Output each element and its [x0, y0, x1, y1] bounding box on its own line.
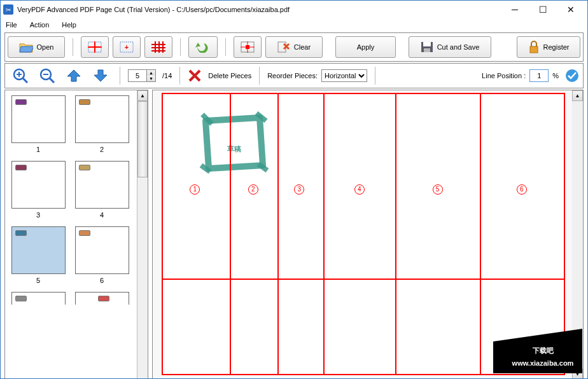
svg-line-21 [23, 78, 27, 83]
thumbnail[interactable] [75, 161, 129, 209]
piece-number: 6 [517, 184, 527, 195]
undo-icon [195, 41, 211, 53]
svg-text:下载吧: 下载吧 [532, 347, 554, 354]
watermark-logo: 下载吧 www.xiazaiba.com [493, 329, 582, 373]
svg-rect-14 [246, 45, 249, 49]
menu-action[interactable]: Action [27, 20, 52, 30]
svg-rect-18 [424, 48, 430, 52]
separator [225, 38, 226, 56]
thumbnail-panel: 123456 ▲ ▼ [4, 90, 148, 379]
scroll-thumb[interactable] [137, 101, 148, 177]
thumbnail-label: 2 [100, 146, 104, 153]
maximize-button[interactable]: ☐ [529, 1, 557, 18]
target-icon [241, 41, 255, 53]
prev-page-button[interactable] [62, 66, 85, 85]
piece-number: 3 [294, 184, 304, 195]
svg-text:+: + [125, 43, 129, 51]
cut-save-label: Cut and Save [437, 43, 480, 51]
down-arrow-icon [93, 69, 108, 83]
scroll-up[interactable]: ▲ [137, 90, 148, 101]
zoom-out-icon [39, 67, 55, 84]
apply-button[interactable]: Apply [335, 36, 396, 58]
thumbnail-label: 5 [36, 277, 40, 284]
separator [120, 67, 120, 85]
clear-icon [277, 41, 290, 53]
thumbnail-label: 1 [36, 146, 40, 153]
minimize-button[interactable]: ─ [501, 1, 529, 18]
percent-label: % [552, 72, 559, 79]
app-icon: ✂ [3, 4, 13, 15]
spin-up[interactable]: ▲ [147, 70, 155, 76]
menu-help[interactable]: Help [59, 20, 79, 30]
grid-plus-icon: + [120, 41, 134, 53]
apply-label: Apply [357, 43, 375, 51]
window-title: VeryPDF Advanced PDF Page Cut (Trial Ver… [17, 6, 290, 13]
titlebar: ✂ VeryPDF Advanced PDF Page Cut (Trial V… [1, 1, 587, 18]
separator [259, 67, 260, 85]
svg-line-25 [50, 78, 54, 83]
separator [180, 38, 181, 56]
page-spinner[interactable]: ▲▼ [128, 69, 156, 82]
undo-button[interactable] [188, 36, 218, 58]
svg-text:www.xiazaiba.com: www.xiazaiba.com [512, 359, 574, 367]
piece-number: 2 [248, 184, 258, 195]
thumbnail[interactable] [75, 226, 129, 274]
secondary-toolbar: ▲▼ /14 Delete Pieces Reorder Pieces: Hor… [4, 63, 584, 88]
cut-and-save-button[interactable]: Cut and Save [409, 36, 491, 58]
next-page-button[interactable] [89, 66, 112, 85]
line-position-label: Line Position : [482, 72, 526, 79]
separator [73, 38, 73, 56]
clear-button[interactable]: Clear [265, 36, 323, 58]
svg-rect-17 [423, 42, 431, 46]
zoom-in-button[interactable] [9, 66, 32, 85]
thumbnail[interactable] [75, 95, 129, 143]
cut-line-v[interactable] [277, 94, 279, 374]
lock-icon [528, 41, 540, 53]
folder-icon [19, 41, 33, 53]
cut-line-v[interactable] [395, 94, 396, 374]
thumbnail-label: 4 [100, 211, 104, 219]
grid-icon [88, 41, 102, 53]
confirm-icon[interactable] [565, 69, 579, 83]
menu-file[interactable]: File [3, 20, 20, 30]
hash-grid-button[interactable] [144, 36, 172, 58]
cut-line-v[interactable] [230, 94, 231, 374]
separator [375, 67, 375, 85]
thumbnail[interactable] [11, 161, 66, 209]
svg-text:草稿: 草稿 [227, 145, 241, 153]
menubar: File Action Help [1, 18, 587, 31]
grid-hv-button[interactable] [81, 36, 109, 58]
thumbnail[interactable] [11, 226, 66, 274]
grid-add-button[interactable]: + [113, 36, 141, 58]
piece-number: 1 [190, 184, 200, 195]
zoom-out-button[interactable] [36, 66, 59, 85]
register-button[interactable]: Register [517, 36, 580, 58]
cut-line-h[interactable] [163, 279, 564, 280]
draft-stamp: 草稿 [196, 108, 272, 178]
thumbnail[interactable] [11, 95, 66, 143]
apply-grid-button[interactable] [234, 36, 262, 58]
delete-icon [188, 69, 202, 83]
thumb-scrollbar[interactable]: ▲ ▼ [137, 90, 148, 379]
cut-line-v[interactable] [323, 94, 325, 374]
zoom-in-icon [12, 67, 29, 84]
up-arrow-icon [66, 69, 81, 83]
page-input[interactable] [128, 69, 147, 82]
thumbnail-label: 3 [36, 211, 40, 219]
page-total: /14 [162, 72, 172, 79]
main-toolbar: Open + Clear Apply Cut and Save Register [4, 32, 584, 62]
hash-icon [151, 41, 165, 53]
close-button[interactable]: ✕ [557, 1, 585, 18]
spin-down[interactable]: ▼ [147, 76, 155, 81]
register-label: Register [543, 43, 570, 51]
reorder-select[interactable]: Horizontal [321, 69, 367, 82]
separator [179, 67, 180, 85]
thumbnail-label: 6 [100, 277, 104, 284]
delete-pieces-button[interactable]: Delete Pieces [208, 72, 251, 79]
save-icon [421, 41, 433, 53]
piece-number: 5 [433, 184, 443, 195]
line-position-input[interactable] [529, 69, 549, 82]
open-label: Open [37, 43, 54, 51]
open-button[interactable]: Open [8, 36, 65, 58]
cut-line-v[interactable] [480, 94, 481, 374]
